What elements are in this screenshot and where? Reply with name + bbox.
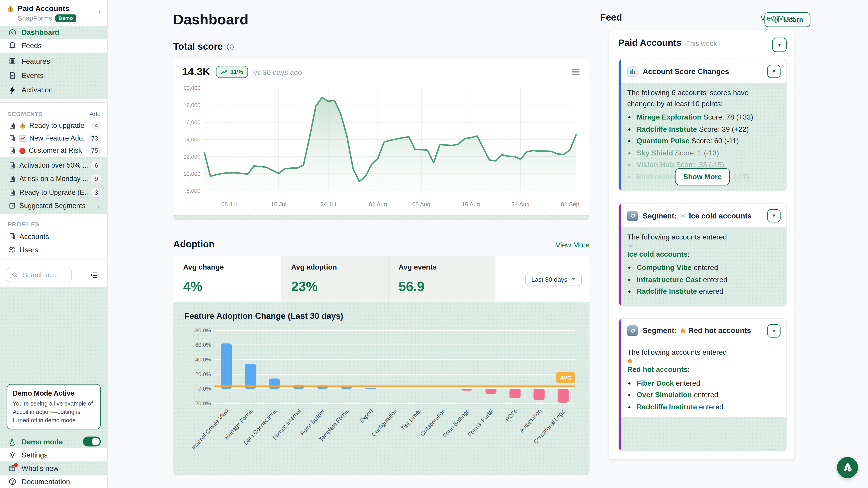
sidebar-item-label: Events: [22, 72, 43, 80]
workspace-header[interactable]: $ Paid Accounts SnapForms Demo ›: [0, 0, 107, 26]
accoil-chat-fab[interactable]: [837, 457, 858, 478]
demo-mode-toggle[interactable]: [83, 437, 101, 447]
sidebar: $ Paid Accounts SnapForms Demo › Dashboa…: [0, 0, 108, 488]
sidebar-item-demo-mode[interactable]: Demo mode: [0, 435, 107, 449]
list-item: Radcliffe Institute entered: [637, 286, 778, 297]
feed-entry-ice-cold-accounts: Segment: Ice cold accounts ▼ The followi…: [618, 203, 786, 306]
info-icon[interactable]: [227, 43, 235, 51]
sidebar-item-label: Demo mode: [22, 437, 63, 446]
adoption-view-more-link[interactable]: View More: [556, 240, 590, 249]
sidebar-item-users[interactable]: Users: [0, 243, 107, 256]
sidebar-segment-ready-to-upgrade-e[interactable]: Ready to Upgrade (E... 3: [0, 186, 107, 199]
sidebar-item-label: What's new: [22, 464, 59, 473]
chart-menu-icon[interactable]: [572, 69, 580, 75]
svg-text:Internal Create View: Internal Create View: [190, 408, 230, 451]
search-box[interactable]: [6, 268, 72, 283]
stat-value: 4%: [183, 279, 281, 294]
building-icon: [8, 233, 16, 240]
sidebar-item-label: Activation: [22, 86, 53, 94]
snowflake-icon: [680, 213, 686, 219]
sidebar-item-whats-new[interactable]: What's new: [0, 462, 107, 475]
sidebar-item-label: Suggested Segments: [20, 202, 94, 210]
demo-badge: Demo: [55, 14, 76, 22]
svg-text:08 Aug: 08 Aug: [412, 201, 430, 207]
svg-text:40.0%: 40.0%: [195, 357, 211, 363]
accoil-logo-icon: [841, 461, 854, 474]
entry-collapse-button[interactable]: ▼: [767, 209, 780, 223]
users-icon: [8, 246, 16, 254]
document-icon: [8, 72, 17, 80]
search-icon: [11, 272, 18, 278]
flask-icon: [8, 437, 17, 446]
sidebar-item-label: Users: [20, 246, 102, 254]
segment-entry-list: Computing Vibe entered Infrastructure Ca…: [627, 262, 778, 297]
add-segment-button[interactable]: + Add: [84, 110, 101, 117]
svg-text:$: $: [22, 125, 24, 128]
adoption-stats-row: Avg change 4% Avg adoption 23% Avg event…: [174, 256, 590, 302]
sidebar-segment-group: Activation over 50% ... 6 At risk on a M…: [0, 157, 107, 215]
stat-avg-events[interactable]: Avg events 56.9: [388, 256, 495, 302]
red-circle-icon: [20, 148, 26, 154]
sidebar-item-suggested-segments[interactable]: Suggested Segments ›: [0, 199, 107, 213]
search-input[interactable]: [22, 271, 65, 280]
building-icon: [8, 161, 16, 169]
sidebar-item-label: Accounts: [20, 232, 102, 240]
sidebar-item-events[interactable]: Events: [0, 68, 107, 83]
chevron-down-icon: [571, 278, 576, 281]
page-title: Dashboard: [174, 11, 590, 28]
entry-collapse-button[interactable]: ▼: [767, 324, 780, 337]
feed-view-more-link[interactable]: View More: [761, 13, 794, 22]
segment-count: 3: [91, 188, 102, 197]
sidebar-segment-activation-over-50[interactable]: Activation over 50% ... 6: [0, 158, 107, 172]
sidebar-segment-customer-at-risk[interactable]: Customer at Risk 75: [0, 144, 107, 157]
list-item: Computing Vibe entered: [637, 262, 778, 273]
sidebar-item-documentation[interactable]: Documentation: [0, 475, 107, 488]
svg-text:$: $: [9, 8, 11, 11]
sidebar-item-feeds[interactable]: Feeds: [0, 39, 107, 53]
svg-text:Forms: Portal: Forms: Portal: [467, 408, 495, 437]
collapse-sidebar-icon[interactable]: [90, 271, 98, 279]
bar-chart-emoji-icon: [627, 66, 638, 77]
entry-collapse-button[interactable]: ▼: [767, 65, 780, 78]
svg-text:Collaboration: Collaboration: [419, 408, 446, 437]
sidebar-segment-ready-to-upgrade[interactable]: $ Ready to upgrade 4: [0, 119, 107, 132]
stat-avg-adoption[interactable]: Avg adoption 23%: [281, 256, 388, 302]
stat-avg-change[interactable]: Avg change 4%: [174, 256, 281, 302]
sidebar-item-settings[interactable]: Settings: [0, 448, 107, 462]
sidebar-item-label: Dashboard: [22, 29, 59, 37]
list-item: Fiber Dock entered: [637, 378, 778, 388]
svg-text:PDFs: PDFs: [504, 408, 519, 422]
date-range-dropdown[interactable]: Last 30 days: [525, 272, 582, 286]
sidebar-item-activation[interactable]: Activation: [0, 83, 107, 97]
svg-text:60.0%: 60.0%: [195, 342, 211, 348]
sidebar-segment-new-feature-adoption[interactable]: New Feature Ado... 73: [0, 132, 107, 144]
feed-card-subtitle: This week: [686, 40, 717, 47]
chevron-right-icon: ›: [98, 6, 101, 15]
feed-column: Feed View More Paid Accounts This week ▼…: [600, 0, 803, 459]
svg-text:20.0%: 20.0%: [195, 371, 211, 377]
lightning-bolt-icon: [8, 86, 17, 94]
stat-label: Avg adoption: [291, 263, 388, 271]
sidebar-segment-at-risk-monday[interactable]: At risk on a Monday ... 9: [0, 172, 107, 186]
entry-segment-name: Red hot accounts: [627, 365, 688, 373]
sidebar-item-label: Settings: [22, 451, 48, 459]
list-item: Radcliffe Institute Score: 39 (+22): [637, 124, 778, 134]
stat-label: Avg events: [399, 263, 495, 271]
dashboard-gauge-icon: [8, 29, 17, 37]
feed-collapse-button[interactable]: ▼: [772, 38, 786, 52]
building-icon: [8, 122, 16, 129]
feed-entry-account-score-changes: Account Score Changes ▼ The following 6 …: [618, 59, 786, 192]
sidebar-item-dashboard[interactable]: Dashboard: [0, 26, 107, 39]
sidebar-item-accounts[interactable]: Accounts: [0, 230, 107, 243]
svg-text:16 Aug: 16 Aug: [462, 201, 480, 207]
list-item: Quantum Pulse Score: 60 (-11): [637, 135, 778, 147]
list-item: Mirage Exploration Score: 78 (+33): [637, 112, 778, 123]
segment-label: Activation over 50% ...: [20, 161, 88, 169]
money-bag-icon: $: [20, 122, 26, 129]
show-more-button[interactable]: Show More: [675, 168, 730, 185]
segment-entry-list: Fiber Dock entered Over Simulation enter…: [627, 378, 778, 412]
delta-value: 11%: [230, 68, 243, 76]
sidebar-item-features[interactable]: Features: [0, 54, 107, 69]
total-score-chart: 08 Jul16 Jul24 Jul01 Aug08 Aug16 Aug24 A…: [174, 81, 581, 215]
stat-value: 56.9: [399, 279, 495, 294]
